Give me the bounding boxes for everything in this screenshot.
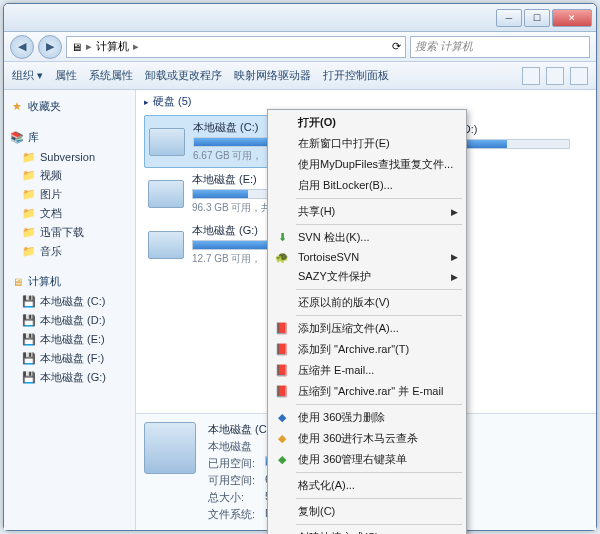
menu-item-icon: ◆ <box>274 431 290 447</box>
sidebar-item-library[interactable]: 📁视频 <box>8 166 131 185</box>
menu-item-icon: 📕 <box>274 321 290 337</box>
sidebar-item-drive[interactable]: 💾本地磁盘 (F:) <box>8 349 131 368</box>
context-menu-item[interactable]: 创建快捷方式(S) <box>270 527 464 534</box>
context-menu-item[interactable]: 还原以前的版本(V) <box>270 292 464 313</box>
context-menu-item[interactable]: 🐢TortoiseSVN▶ <box>270 248 464 266</box>
submenu-arrow-icon: ▶ <box>451 252 458 262</box>
mapdrive-button[interactable]: 映射网络驱动器 <box>234 68 311 83</box>
context-menu-item[interactable]: ◆使用 360进行木马云查杀 <box>270 428 464 449</box>
submenu-arrow-icon: ▶ <box>451 272 458 282</box>
folder-icon: 📁 <box>22 245 36 259</box>
sidebar-item-drive[interactable]: 💾本地磁盘 (G:) <box>8 368 131 387</box>
context-menu-item[interactable]: 📕压缩并 E-mail... <box>270 360 464 381</box>
folder-icon: 📁 <box>22 150 36 164</box>
sidebar-item-library[interactable]: 📁Subversion <box>8 148 131 166</box>
view-icon[interactable] <box>522 67 540 85</box>
sidebar-item-library[interactable]: 📁图片 <box>8 185 131 204</box>
context-menu-item[interactable]: 打开(O) <box>270 112 464 133</box>
toolbar: 组织 ▾ 属性 系统属性 卸载或更改程序 映射网络驱动器 打开控制面板 <box>4 62 596 90</box>
libraries-group[interactable]: 📚库 <box>8 127 131 148</box>
menu-item-icon: 🐢 <box>274 249 290 265</box>
help-icon[interactable] <box>570 67 588 85</box>
sidebar-item-drive[interactable]: 💾本地磁盘 (D:) <box>8 311 131 330</box>
preview-icon[interactable] <box>546 67 564 85</box>
search-input[interactable]: 搜索 计算机 <box>410 36 590 58</box>
context-menu-item[interactable]: 在新窗口中打开(E) <box>270 133 464 154</box>
drive-icon: 💾 <box>22 333 36 347</box>
library-icon: 📚 <box>10 131 24 145</box>
drive-icon <box>149 128 185 156</box>
system-button[interactable]: 系统属性 <box>89 68 133 83</box>
context-menu-item[interactable]: 启用 BitLocker(B)... <box>270 175 464 196</box>
context-menu-item[interactable]: ◆使用 360管理右键菜单 <box>270 449 464 470</box>
menu-item-icon: ⬇ <box>274 230 290 246</box>
close-button[interactable]: ✕ <box>552 9 592 27</box>
menu-item-icon: 📕 <box>274 363 290 379</box>
navbar: ◀ ▶ 🖥 ▸ 计算机 ▸ ⟳ 搜索 计算机 <box>4 32 596 62</box>
folder-icon: 📁 <box>22 207 36 221</box>
controlpanel-button[interactable]: 打开控制面板 <box>323 68 389 83</box>
forward-button[interactable]: ▶ <box>38 35 62 59</box>
context-menu: 打开(O)在新窗口中打开(E)使用MyDupFiles查找重复文件...启用 B… <box>267 109 467 534</box>
maximize-button[interactable]: ☐ <box>524 9 550 27</box>
sidebar-item-drive[interactable]: 💾本地磁盘 (E:) <box>8 330 131 349</box>
context-menu-item[interactable]: 复制(C) <box>270 501 464 522</box>
context-menu-item[interactable]: ⬇SVN 检出(K)... <box>270 227 464 248</box>
context-menu-item[interactable]: SAZY文件保护▶ <box>270 266 464 287</box>
address-bar[interactable]: 🖥 ▸ 计算机 ▸ ⟳ <box>66 36 406 58</box>
submenu-arrow-icon: ▶ <box>451 207 458 217</box>
breadcrumb[interactable]: 计算机 <box>96 39 129 54</box>
folder-icon: 📁 <box>22 169 36 183</box>
titlebar[interactable]: ─ ☐ ✕ <box>4 4 596 32</box>
context-menu-item[interactable]: 共享(H)▶ <box>270 201 464 222</box>
computer-icon: 🖥 <box>71 41 82 53</box>
menu-item-icon: 📕 <box>274 342 290 358</box>
context-menu-item[interactable]: 📕压缩到 "Archive.rar" 并 E-mail <box>270 381 464 402</box>
drive-icon: 💾 <box>22 371 36 385</box>
menu-item-icon: ◆ <box>274 452 290 468</box>
star-icon: ★ <box>10 100 24 114</box>
refresh-icon[interactable]: ⟳ <box>392 40 401 53</box>
drive-icon: 💾 <box>22 352 36 366</box>
drive-icon: 💾 <box>22 295 36 309</box>
menu-item-icon: 📕 <box>274 384 290 400</box>
folder-icon: 📁 <box>22 188 36 202</box>
sidebar: ★收藏夹 📚库 📁Subversion📁视频📁图片📁文档📁迅雷下载📁音乐 🖥计算… <box>4 90 136 530</box>
back-button[interactable]: ◀ <box>10 35 34 59</box>
sidebar-item-library[interactable]: 📁音乐 <box>8 242 131 261</box>
uninstall-button[interactable]: 卸载或更改程序 <box>145 68 222 83</box>
folder-icon: 📁 <box>22 226 36 240</box>
context-menu-item[interactable]: 📕添加到 "Archive.rar"(T) <box>270 339 464 360</box>
explorer-window: ─ ☐ ✕ ◀ ▶ 🖥 ▸ 计算机 ▸ ⟳ 搜索 计算机 组织 ▾ 属性 系统属… <box>3 3 597 531</box>
context-menu-item[interactable]: 格式化(A)... <box>270 475 464 496</box>
menu-item-icon: ◆ <box>274 410 290 426</box>
sidebar-item-library[interactable]: 📁文档 <box>8 204 131 223</box>
drive-large-icon <box>144 422 196 474</box>
drive-icon: 💾 <box>22 314 36 328</box>
computer-group[interactable]: 🖥计算机 <box>8 271 131 292</box>
drive-icon <box>148 180 184 208</box>
context-menu-item[interactable]: 📕添加到压缩文件(A)... <box>270 318 464 339</box>
minimize-button[interactable]: ─ <box>496 9 522 27</box>
sidebar-item-drive[interactable]: 💾本地磁盘 (C:) <box>8 292 131 311</box>
context-menu-item[interactable]: 使用MyDupFiles查找重复文件... <box>270 154 464 175</box>
computer-icon: 🖥 <box>10 275 24 289</box>
favorites-group[interactable]: ★收藏夹 <box>8 96 131 117</box>
context-menu-item[interactable]: ◆使用 360强力删除 <box>270 407 464 428</box>
sidebar-item-library[interactable]: 📁迅雷下载 <box>8 223 131 242</box>
properties-button[interactable]: 属性 <box>55 68 77 83</box>
organize-menu[interactable]: 组织 ▾ <box>12 68 43 83</box>
drive-icon <box>148 231 184 259</box>
